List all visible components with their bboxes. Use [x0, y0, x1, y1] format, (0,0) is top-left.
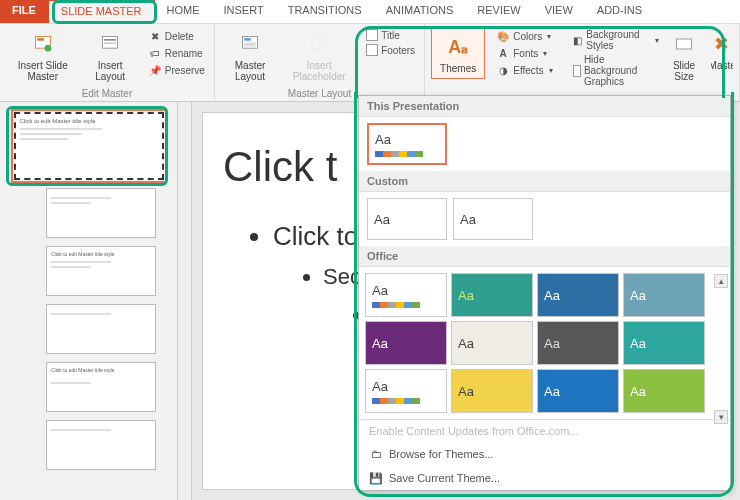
background-styles-button[interactable]: ◧Background Styles▾: [570, 28, 662, 52]
tab-review[interactable]: REVIEW: [465, 0, 532, 23]
section-this-presentation: This Presentation: [359, 96, 730, 117]
checkbox-icon: [366, 44, 378, 56]
rename-button[interactable]: 🏷Rename: [145, 45, 208, 61]
svg-rect-8: [244, 42, 256, 46]
svg-rect-10: [677, 39, 692, 49]
group-edit-master: Insert Slide Master Insert Layout ✖Delet…: [0, 24, 215, 101]
themes-label: Themes: [440, 63, 476, 74]
title-checkbox: Title: [363, 28, 418, 42]
svg-rect-9: [313, 37, 326, 49]
insert-layout-icon: [96, 30, 124, 58]
theme-office-1[interactable]: Aa: [365, 273, 447, 317]
fonts-button[interactable]: AFonts▾: [493, 45, 555, 61]
theme-palette: [369, 151, 445, 157]
hide-background-checkbox[interactable]: Hide Background Graphics: [570, 53, 662, 88]
layout-thumbnail[interactable]: Click to edit Master title style: [46, 362, 156, 412]
slide-master-icon: [29, 30, 57, 58]
master-layout-icon: [236, 30, 264, 58]
close-master-button[interactable]: ✖ Close Master View: [711, 28, 733, 73]
tab-home[interactable]: HOME: [155, 0, 212, 23]
browse-themes-item[interactable]: 🗀Browse for Themes...: [359, 442, 730, 466]
close-master-label: Close Master View: [711, 60, 733, 71]
theme-office-10[interactable]: Aa: [451, 369, 533, 413]
theme-office-7[interactable]: Aa: [537, 321, 619, 365]
thumbnail-scrollbar[interactable]: [178, 102, 192, 500]
save-current-theme-item[interactable]: 💾Save Current Theme...: [359, 466, 730, 490]
footers-checkbox: Footers: [363, 43, 418, 57]
chevron-down-icon: ▾: [547, 32, 551, 41]
theme-office-2[interactable]: Aa: [451, 273, 533, 317]
layout-thumbnail[interactable]: Click to edit Master title style: [46, 246, 156, 296]
theme-office-11[interactable]: Aa: [537, 369, 619, 413]
master-layout-label: Master Layout: [225, 60, 275, 82]
rename-icon: 🏷: [148, 46, 162, 60]
master-layout-button[interactable]: Master Layout: [221, 28, 279, 84]
preserve-icon: 📌: [148, 63, 162, 77]
folder-icon: 🗀: [369, 447, 383, 461]
insert-placeholder-button: Insert Placeholder: [283, 28, 355, 84]
dropdown-footer: Enable Content Updates from Office.com..…: [359, 419, 730, 490]
theme-office-5[interactable]: Aa: [365, 321, 447, 365]
svg-rect-4: [104, 39, 116, 41]
section-office: Office: [359, 246, 730, 267]
slide-size-button[interactable]: Slide Size: [666, 28, 703, 84]
section-custom: Custom: [359, 171, 730, 192]
ribbon-tabs: FILE SLIDE MASTER HOME INSERT TRANSITION…: [0, 0, 740, 24]
theme-custom-2[interactable]: Aa: [453, 198, 533, 240]
theme-palette: [366, 302, 446, 308]
preserve-button[interactable]: 📌Preserve: [145, 62, 208, 78]
theme-office-6[interactable]: Aa: [451, 321, 533, 365]
effects-button[interactable]: ◑Effects▾: [493, 62, 555, 78]
tab-addins[interactable]: ADD-INS: [585, 0, 654, 23]
fonts-icon: A: [496, 46, 510, 60]
layout-thumbnail[interactable]: [46, 304, 156, 354]
theme-office-4[interactable]: Aa: [623, 273, 705, 317]
enable-updates-item: Enable Content Updates from Office.com..…: [359, 420, 730, 442]
delete-icon: ✖: [148, 29, 162, 43]
tab-animations[interactable]: ANIMATIONS: [374, 0, 466, 23]
svg-rect-5: [104, 42, 116, 44]
effects-icon: ◑: [496, 63, 510, 77]
theme-office-9[interactable]: Aa: [365, 369, 447, 413]
dropdown-scrollbar[interactable]: ▴▾: [714, 274, 728, 424]
tab-file[interactable]: FILE: [0, 0, 48, 23]
group-label-master-layout: Master Layout: [288, 88, 351, 99]
themes-icon: Aₐ: [444, 33, 472, 61]
svg-rect-1: [37, 38, 44, 41]
theme-office-3[interactable]: Aa: [537, 273, 619, 317]
svg-point-2: [44, 45, 51, 52]
colors-button[interactable]: 🎨Colors▾: [493, 28, 555, 44]
slide-size-label: Slide Size: [670, 60, 699, 82]
theme-palette: [366, 398, 446, 404]
colors-icon: 🎨: [496, 29, 510, 43]
theme-office-12[interactable]: Aa: [623, 369, 705, 413]
slide-size-icon: [670, 30, 698, 58]
scroll-up-icon[interactable]: ▴: [714, 274, 728, 288]
svg-rect-7: [244, 38, 251, 41]
placeholder-icon: [305, 30, 333, 58]
insert-slide-master-label: Insert Slide Master: [10, 60, 75, 82]
checkbox-icon: [573, 65, 581, 77]
insert-slide-master-button[interactable]: Insert Slide Master: [6, 28, 79, 84]
slide-thumbnail-panel: Click to edit Master title style Click t…: [0, 102, 178, 500]
theme-custom-1[interactable]: Aa: [367, 198, 447, 240]
master-thumbnail[interactable]: Click to edit Master title style: [14, 112, 164, 180]
tab-insert[interactable]: INSERT: [212, 0, 276, 23]
insert-placeholder-label: Insert Placeholder: [287, 60, 351, 82]
insert-layout-button[interactable]: Insert Layout: [83, 28, 136, 84]
themes-button[interactable]: Aₐ Themes: [431, 28, 485, 79]
chevron-down-icon: ▾: [549, 66, 553, 75]
theme-current[interactable]: Aa: [367, 123, 447, 165]
group-edit-theme: Aₐ Themes 🎨Colors▾ AFonts▾ ◑Effects▾ ◧Ba…: [425, 24, 740, 101]
tab-transitions[interactable]: TRANSITIONS: [276, 0, 374, 23]
close-icon: ✖: [711, 30, 733, 58]
tab-view[interactable]: VIEW: [533, 0, 585, 23]
save-icon: 💾: [369, 471, 383, 485]
layout-thumbnail[interactable]: [46, 420, 156, 470]
tab-slide-master[interactable]: SLIDE MASTER: [48, 0, 155, 23]
theme-office-8[interactable]: Aa: [623, 321, 705, 365]
insert-layout-label: Insert Layout: [87, 60, 132, 82]
layout-thumbnail[interactable]: [46, 188, 156, 238]
scroll-down-icon[interactable]: ▾: [714, 410, 728, 424]
delete-button[interactable]: ✖Delete: [145, 28, 208, 44]
